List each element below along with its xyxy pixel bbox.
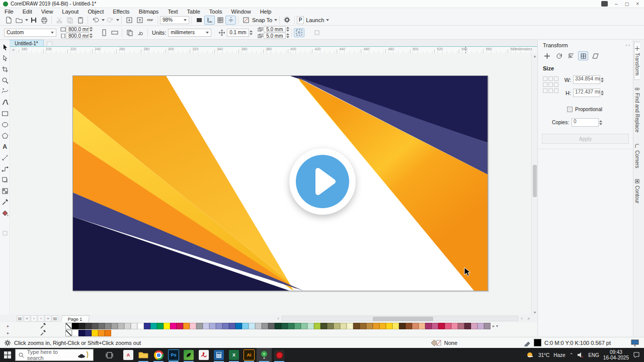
show-grid-icon[interactable] — [215, 16, 225, 25]
color-swatch-11[interactable] — [144, 323, 150, 329]
color-swatch-17[interactable] — [183, 323, 190, 329]
vertical-scroll-thumb[interactable] — [533, 165, 537, 197]
transform-rotate-icon[interactable] — [554, 51, 564, 60]
undo-icon[interactable] — [90, 16, 101, 25]
color-swatch-48[interactable] — [386, 323, 392, 329]
color-swatch-35[interactable] — [301, 323, 307, 329]
docker-tab-corners[interactable]: Corners — [634, 139, 640, 173]
color-swatch-38[interactable] — [320, 323, 327, 329]
drop-shadow-tool[interactable] — [1, 174, 10, 186]
page-height-input[interactable]: 800.0 mm — [66, 33, 89, 39]
menu-item-9[interactable]: Tools — [205, 9, 227, 15]
freehand-tool[interactable] — [1, 86, 10, 97]
horizontal-scrollbar[interactable] — [282, 316, 518, 321]
status-gear-icon[interactable] — [4, 339, 11, 346]
proportional-checkbox[interactable] — [567, 107, 573, 112]
landscape-icon[interactable] — [109, 28, 120, 37]
doc-color-swatch-5[interactable] — [105, 330, 111, 336]
color-swatch-26[interactable] — [242, 323, 249, 329]
color-swatch-36[interactable] — [307, 323, 314, 329]
duplicate-x-input[interactable]: 5.0 mm — [264, 26, 286, 32]
snap-to-dropdown[interactable] — [274, 19, 277, 21]
page-width-input[interactable]: 800.0 mm — [66, 26, 89, 32]
color-swatch-29[interactable] — [262, 323, 268, 329]
artistic-media-tool[interactable] — [1, 97, 10, 108]
calculator-icon[interactable] — [211, 348, 226, 362]
text-tool[interactable]: A — [1, 141, 10, 152]
color-swatch-62[interactable] — [477, 323, 484, 329]
page-preset-select[interactable]: Custom — [4, 29, 56, 37]
doc-no-color-swatch[interactable] — [65, 330, 72, 336]
next-page-button[interactable]: › — [38, 315, 44, 322]
menu-item-3[interactable]: Layout — [57, 9, 83, 15]
color-swatch-47[interactable] — [379, 323, 386, 329]
docker-collapse-icon[interactable]: › — [628, 43, 630, 48]
copies-input[interactable]: 0 — [572, 118, 599, 127]
weather-temp[interactable]: 31°C — [538, 352, 549, 358]
crop-tool[interactable] — [1, 64, 10, 75]
minimize-button[interactable]: – — [615, 1, 618, 7]
redo-dropdown[interactable] — [116, 19, 119, 21]
snap-to-label[interactable]: Snap To — [252, 17, 272, 23]
transform-scale-mirror-icon[interactable] — [566, 51, 576, 60]
menu-item-8[interactable]: Table — [183, 9, 205, 15]
launch-label[interactable]: Launch — [306, 17, 324, 23]
docker-tab-contour[interactable]: Contour — [634, 174, 640, 208]
previous-page-button[interactable]: ‹ — [31, 315, 37, 322]
docker-tab-transform[interactable]: Transform — [634, 42, 640, 80]
color-swatch-53[interactable] — [419, 323, 425, 329]
menu-item-0[interactable]: File — [0, 9, 18, 15]
document-tab[interactable]: Untitled-1* — [9, 40, 44, 47]
color-swatch-22[interactable] — [216, 323, 222, 329]
treat-as-filled-icon[interactable] — [294, 28, 304, 37]
doc-color-swatch-4[interactable] — [98, 330, 105, 336]
interactive-fill-tool[interactable] — [1, 208, 10, 219]
color-swatch-25[interactable] — [235, 323, 242, 329]
tray-chevron-icon[interactable]: ⌃ — [570, 352, 574, 357]
fill-color-icon[interactable] — [430, 339, 441, 346]
docpalette-scroll-left-icon[interactable]: ▸ — [7, 331, 9, 335]
publish-pdf-icon[interactable]: PDF — [145, 16, 155, 25]
color-swatch-61[interactable] — [471, 323, 477, 329]
acrobat-icon[interactable]: A — [121, 348, 136, 362]
drawing-page[interactable] — [72, 75, 488, 291]
color-swatch-59[interactable] — [458, 323, 464, 329]
color-swatch-1[interactable] — [78, 323, 85, 329]
color-swatch-15[interactable] — [170, 323, 177, 329]
color-swatch-30[interactable] — [268, 323, 275, 329]
color-swatch-0[interactable] — [72, 323, 78, 329]
duplicate-y-input[interactable]: 5.0 mm — [264, 33, 286, 39]
hscroll-right-arrow[interactable]: › — [519, 315, 525, 322]
photo-paint-icon[interactable] — [181, 348, 196, 362]
color-swatch-33[interactable] — [288, 323, 294, 329]
coreldraw-taskbar-icon[interactable] — [257, 348, 272, 362]
portrait-icon[interactable] — [99, 28, 109, 37]
color-swatch-8[interactable] — [124, 323, 131, 329]
photoshop-icon[interactable]: Ps — [166, 348, 181, 362]
maximize-button[interactable]: ▢ — [625, 2, 629, 7]
width-input[interactable]: 334.854 mm — [573, 75, 600, 84]
close-button[interactable]: × — [636, 1, 639, 7]
transform-position-icon[interactable] — [542, 51, 552, 60]
add-page-start-button[interactable]: ▤ — [17, 315, 23, 322]
menu-item-11[interactable]: Help — [256, 9, 276, 15]
paste-icon[interactable] — [75, 16, 86, 25]
file-explorer-icon[interactable] — [136, 348, 151, 362]
color-eyedropper-tool[interactable] — [1, 197, 10, 208]
last-page-button[interactable]: » — [45, 315, 51, 322]
illustrator-icon[interactable]: Ai — [242, 348, 257, 362]
snap-off-icon[interactable] — [240, 16, 251, 25]
color-swatch-32[interactable] — [281, 323, 288, 329]
menu-item-6[interactable]: Bitmaps — [134, 9, 164, 15]
account-icon[interactable] — [601, 1, 608, 7]
all-pages-icon[interactable] — [135, 28, 145, 37]
launch-dropdown[interactable] — [326, 19, 329, 21]
color-swatch-55[interactable] — [432, 323, 438, 329]
palette-eyedropper-icon[interactable] — [40, 323, 46, 329]
color-swatch-56[interactable] — [438, 323, 445, 329]
color-swatch-24[interactable] — [229, 323, 235, 329]
color-swatch-42[interactable] — [347, 323, 353, 329]
color-swatch-37[interactable] — [314, 323, 320, 329]
palette-expand-icon[interactable]: ▾ — [496, 324, 498, 328]
zoom-fit-icon[interactable]: ⌕ — [526, 315, 532, 322]
